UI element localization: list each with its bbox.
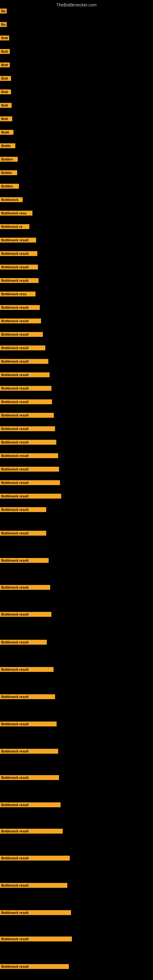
- bar-label: Bottleneck result: [0, 937, 72, 942]
- bar-item: Bottleneck re: [0, 224, 29, 230]
- bar-item: Bottleneck result: [0, 265, 38, 271]
- bar-item: Bottleneck result: [0, 802, 61, 808]
- bar-label: Bottl: [0, 130, 13, 135]
- bar-item: Bottleneck result: [0, 494, 61, 500]
- bar-label: Bottleneck result: [0, 775, 59, 780]
- bar-label: Bottleneck result: [0, 883, 67, 888]
- bar-label: Bott: [0, 89, 11, 94]
- bar-item: Bottleneck result: [0, 585, 50, 591]
- bar-item: Bottleneck result: [0, 910, 71, 916]
- bar-item: Bottleneck result: [0, 775, 59, 781]
- bar-item: Bott: [0, 116, 12, 123]
- bar-item: Bottleneck result: [0, 612, 51, 618]
- bar-item: Bottleneck result: [0, 426, 55, 433]
- bar-item: Bottleneck result: [0, 332, 43, 338]
- bar-label: Bottleneck result: [0, 722, 57, 726]
- bar-item: Bottleneck result: [0, 883, 67, 889]
- bar-item: Bottleneck result: [0, 507, 46, 513]
- bar-item: Bottler: [0, 170, 17, 177]
- bar-label: Bottleneck result: [0, 910, 71, 915]
- bar-item: Bottlen: [0, 157, 18, 163]
- bar-label: Bottleneck result: [0, 640, 47, 645]
- bar-item: Bott: [0, 103, 12, 109]
- bar-label: Bottleneck: [0, 197, 22, 202]
- bar-item: Bottleneck result: [0, 480, 60, 486]
- bar-label: Bottleneck result: [0, 585, 50, 590]
- bar-item: Bottleneck result: [0, 386, 51, 392]
- bar-item: Bottleneck: [0, 197, 22, 204]
- bar-label: Bottleneck result: [0, 694, 55, 699]
- bar-item: Bottl: [0, 130, 13, 136]
- bar-label: Bottleneck result: [0, 856, 70, 861]
- bar-label: Bottleneck result: [0, 305, 40, 310]
- bar-label: Bott: [0, 76, 11, 81]
- bar-label: Bottleneck result: [0, 467, 59, 472]
- bar-label: Bottleneck result: [0, 480, 60, 485]
- bar-label: Bottleneck result: [0, 802, 61, 807]
- bar-item: Bottleneck result: [0, 251, 37, 257]
- site-title: TheBottlenecker.com: [0, 0, 153, 9]
- bar-item: Bottleneck result: [0, 359, 48, 365]
- bar-label: Bottleneck result: [0, 251, 37, 256]
- bar-label: Bottleneck result: [0, 612, 51, 617]
- bar-label: Bottleneck result: [0, 238, 36, 243]
- bar-label: Bottleneck resu: [0, 291, 35, 296]
- bar-label: Bottleneck result: [0, 749, 58, 754]
- bar-label: Bottleneck result: [0, 359, 48, 364]
- bar-item: Bottleneck result: [0, 558, 49, 564]
- bar-label: Bottleneck result: [0, 453, 58, 458]
- bar-item: Bottleneck result: [0, 318, 41, 325]
- bar-label: Bottleneck result: [0, 531, 46, 536]
- bar-item: Bottleneck result: [0, 453, 58, 460]
- bar-label: Bottleneck result: [0, 345, 45, 350]
- bar-item: Bottleneck result: [0, 278, 38, 284]
- bar-label: Bo: [0, 22, 7, 27]
- bar-item: Bottleneck resu: [0, 211, 32, 217]
- bar-item: Bottleneck result: [0, 531, 46, 537]
- bar-item: Bottleneck result: [0, 722, 57, 728]
- bar-item: Bottleneck result: [0, 305, 40, 311]
- bar-label: Bott: [0, 49, 10, 54]
- bar-item: Bottleneck result: [0, 372, 49, 379]
- bar-label: Bottleneck result: [0, 413, 54, 418]
- bar-item: Bott: [0, 62, 10, 68]
- bar-item: Bottleneck result: [0, 399, 52, 406]
- bar-label: Bottleneck result: [0, 399, 52, 404]
- bar-label: Bott: [0, 62, 10, 67]
- bar-item: Bottleneck result: [0, 640, 47, 646]
- bar-item: Bottleneck result: [0, 440, 56, 446]
- bar-label: Bottleneck result: [0, 964, 69, 969]
- bar-label: Bottleneck result: [0, 332, 43, 337]
- bar-label: Bottler: [0, 170, 17, 175]
- bar-item: Bottleneck result: [0, 856, 70, 862]
- bar-item: Bottleneck result: [0, 467, 59, 473]
- bar-label: Bottleneck result: [0, 440, 56, 445]
- bar-label: Bottlen: [0, 184, 19, 189]
- bar-item: Bottleneck result: [0, 413, 54, 419]
- bar-item: Bottleneck result: [0, 667, 54, 673]
- bar-item: Bott: [0, 76, 11, 82]
- bar-item: Bott: [0, 49, 10, 55]
- bar-item: Bottleneck result: [0, 829, 63, 835]
- bar-label: Bottleneck re: [0, 224, 29, 229]
- bar-item: Bottlen: [0, 184, 19, 190]
- bar-label: Bott: [0, 103, 12, 108]
- bar-label: Bottleneck result: [0, 494, 61, 499]
- bar-item: Bottleneck result: [0, 964, 69, 970]
- bar-label: Bott: [0, 116, 12, 121]
- bar-item: Bottle: [0, 143, 15, 150]
- bar-item: Bottleneck resu: [0, 291, 35, 298]
- bar-label: Bottleneck result: [0, 558, 49, 563]
- bar-label: Bottle: [0, 143, 15, 148]
- bar-label: Bottleneck result: [0, 426, 55, 431]
- bar-item: Bott: [0, 89, 11, 95]
- bar-item: Bottleneck result: [0, 345, 45, 352]
- bar-label: Bottlen: [0, 157, 18, 162]
- bar-item: Bo: [0, 9, 7, 15]
- bar-label: Bottleneck result: [0, 507, 46, 512]
- bar-label: Bottleneck result: [0, 318, 41, 323]
- bar-label: Bottleneck result: [0, 278, 38, 283]
- bar-label: Bottleneck result: [0, 372, 49, 377]
- bar-item: Bo: [0, 22, 7, 28]
- bar-label: Bottleneck result: [0, 386, 51, 391]
